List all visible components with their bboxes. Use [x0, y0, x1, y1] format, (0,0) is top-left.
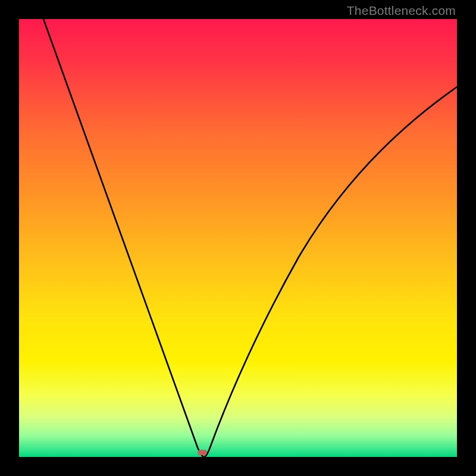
optimum-marker [198, 450, 207, 455]
bottleneck-chart [19, 19, 457, 457]
gradient-background [19, 19, 457, 457]
watermark-text: TheBottleneck.com [347, 4, 456, 18]
plot-area [19, 19, 457, 457]
outer-frame: TheBottleneck.com [0, 0, 476, 476]
